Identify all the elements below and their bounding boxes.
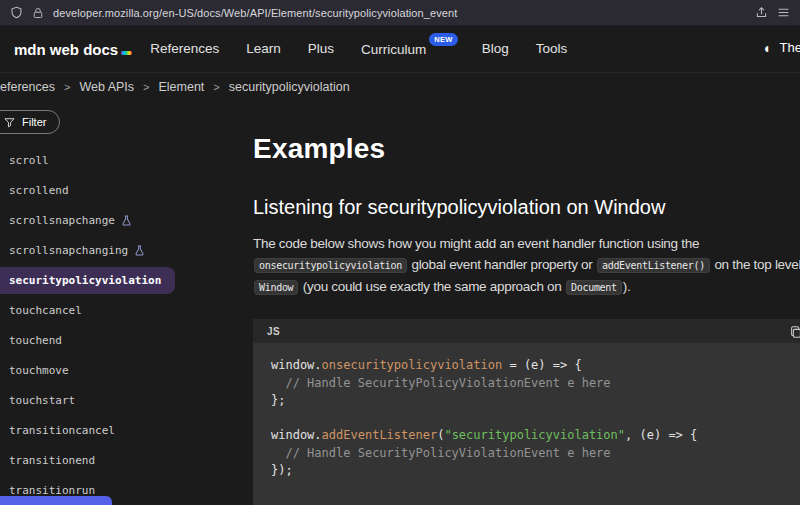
nav-item-label: Plus xyxy=(308,41,334,56)
code-line: window.addEventListener("securitypolicyv… xyxy=(271,427,782,445)
sidebar-item-label: touchmove xyxy=(9,364,69,377)
sidebar-item-label: scrollsnapchange xyxy=(9,214,115,227)
experimental-flask-icon xyxy=(121,215,132,226)
section-heading: Examples xyxy=(253,133,800,165)
breadcrumb-item[interactable]: securitypolicyviolation xyxy=(229,80,350,94)
shield-icon[interactable] xyxy=(10,6,23,19)
code-token: = (e) => { xyxy=(502,358,581,372)
nav-item-curriculum[interactable]: CurriculumNEW xyxy=(361,41,455,57)
sidebar-item-label: touchcancel xyxy=(9,304,82,317)
url-bar[interactable]: developer.mozilla.org/en-US/docs/Web/API… xyxy=(53,7,457,19)
code-token: // Handle SecurityPolicyViolationEvent e… xyxy=(271,446,611,460)
code-line xyxy=(271,410,782,428)
sidebar-item-label: transitionrun xyxy=(9,484,95,497)
code-token: window. xyxy=(271,428,322,442)
paragraph-line: Window (you could use exactly the same a… xyxy=(253,276,800,298)
sidebar-item-label: transitionend xyxy=(9,454,95,467)
nav-item-blog[interactable]: Blog xyxy=(482,41,509,57)
sidebar-item-transitioncancel[interactable]: transitioncancel xyxy=(0,415,253,445)
nav-item-label: Tools xyxy=(536,41,568,56)
menu-icon[interactable] xyxy=(777,6,790,19)
code-token: }); xyxy=(271,463,293,477)
sidebar-item-touchcancel[interactable]: touchcancel xyxy=(0,295,253,325)
code-example: JS window.onsecuritypolicyviolation = (e… xyxy=(253,319,800,505)
code-line: window.onsecuritypolicyviolation = (e) =… xyxy=(271,357,782,375)
nav-item-learn[interactable]: Learn xyxy=(246,41,281,57)
mdn-logo-text: mdn web docs xyxy=(14,41,118,58)
code-line: // Handle SecurityPolicyViolationEvent e… xyxy=(271,375,782,393)
breadcrumb-item[interactable]: Web APIs xyxy=(79,80,134,94)
code-body: window.onsecuritypolicyviolation = (e) =… xyxy=(253,343,800,505)
inline-code: Window xyxy=(254,280,298,295)
sidebar-item-scroll[interactable]: scroll xyxy=(0,145,253,175)
filter-button[interactable]: Filter xyxy=(0,110,60,134)
share-icon[interactable] xyxy=(755,6,768,19)
sidebar-item-touchstart[interactable]: touchstart xyxy=(0,385,253,415)
sidebar-item-scrollsnapchanging[interactable]: scrollsnapchanging xyxy=(0,235,253,265)
inline-code: addEventListener() xyxy=(597,258,710,273)
breadcrumb-separator: > xyxy=(143,81,149,93)
paragraph-line: onsecuritypolicyviolation global event h… xyxy=(253,254,800,276)
code-token: // Handle SecurityPolicyViolationEvent e… xyxy=(271,376,611,390)
subsection-heading: Listening for securitypolicyviolation on… xyxy=(253,196,800,219)
sidebar-item-label: scrollend xyxy=(9,184,69,197)
breadcrumb-separator: > xyxy=(64,81,70,93)
browser-toolbar: developer.mozilla.org/en-US/docs/Web/API… xyxy=(0,0,800,26)
page-content: Filter scrollscrollendscrollsnapchangesc… xyxy=(0,100,800,505)
inline-code: onsecuritypolicyviolation xyxy=(254,258,407,273)
paragraph-line: The code below shows how you might add a… xyxy=(253,233,800,254)
breadcrumb-item[interactable]: Element xyxy=(158,80,204,94)
code-language-label: JS xyxy=(267,326,280,337)
nav-item-label: Curriculum xyxy=(361,42,426,57)
article: Examples Listening for securitypolicyvio… xyxy=(253,100,800,505)
nav-item-tools[interactable]: Tools xyxy=(536,41,568,57)
copy-code-button[interactable] xyxy=(787,323,800,341)
code-line: // Handle SecurityPolicyViolationEvent e… xyxy=(271,445,782,463)
code-example-header: JS xyxy=(253,319,800,343)
bottom-accent-bar xyxy=(0,496,112,505)
code-token: onsecuritypolicyviolation xyxy=(322,358,503,372)
lock-icon[interactable] xyxy=(32,7,44,19)
nav-item-label: Blog xyxy=(482,41,509,56)
code-token: window. xyxy=(271,358,322,372)
logo-rainbow-cursor-icon xyxy=(121,51,132,55)
breadcrumb: References>Web APIs>Element>securitypoli… xyxy=(0,73,800,100)
theme-half-moon-icon: ◐ xyxy=(764,41,772,55)
code-token: , (e) => { xyxy=(625,428,697,442)
nav-item-plus[interactable]: Plus xyxy=(308,41,334,57)
screen: developer.mozilla.org/en-US/docs/Web/API… xyxy=(0,0,800,505)
nav-item-references[interactable]: References xyxy=(150,41,219,57)
sidebar-item-label: touchstart xyxy=(9,394,75,407)
sidebar-item-label: securitypolicyviolation xyxy=(9,274,161,287)
description-paragraph: The code below shows how you might add a… xyxy=(253,233,800,298)
experimental-flask-icon xyxy=(134,245,145,256)
theme-label: Theme xyxy=(780,40,800,55)
breadcrumb-item[interactable]: References xyxy=(0,80,55,94)
site-header: mdn web docs ReferencesLearnPlusCurricul… xyxy=(0,26,800,73)
theme-toggle-button[interactable]: ◐ Theme xyxy=(758,39,800,56)
main-navigation: ReferencesLearnPlusCurriculumNEWBlogTool… xyxy=(150,41,567,57)
sidebar-item-scrollsnapchange[interactable]: scrollsnapchange xyxy=(0,205,253,235)
filter-button-label: Filter xyxy=(22,116,46,128)
code-line: }; xyxy=(271,392,782,410)
sidebar-item-securitypolicyviolation[interactable]: securitypolicyviolation xyxy=(0,267,175,294)
sidebar-item-label: scroll xyxy=(9,154,49,167)
code-token: "securitypolicyviolation" xyxy=(444,428,625,442)
sidebar-item-touchmove[interactable]: touchmove xyxy=(0,355,253,385)
sidebar-item-label: touchend xyxy=(9,334,62,347)
breadcrumb-separator: > xyxy=(213,81,219,93)
nav-item-label: Learn xyxy=(246,41,281,56)
funnel-icon xyxy=(4,117,15,128)
sidebar-item-transitionend[interactable]: transitionend xyxy=(0,445,253,475)
new-badge: NEW xyxy=(429,33,457,46)
inline-code: Document xyxy=(566,280,622,295)
sidebar-item-label: transitioncancel xyxy=(9,424,115,437)
sidebar-item-label: scrollsnapchanging xyxy=(9,244,128,257)
mdn-logo[interactable]: mdn web docs xyxy=(14,41,132,58)
code-token: addEventListener xyxy=(322,428,438,442)
sidebar: Filter scrollscrollendscrollsnapchangesc… xyxy=(0,100,253,505)
sidebar-item-scrollend[interactable]: scrollend xyxy=(0,175,253,205)
code-token: }; xyxy=(271,393,285,407)
nav-item-label: References xyxy=(150,41,219,56)
sidebar-item-touchend[interactable]: touchend xyxy=(0,325,253,355)
